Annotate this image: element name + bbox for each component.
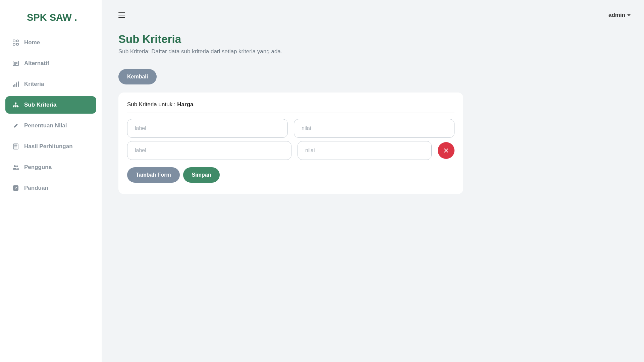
sidebar-item-home[interactable]: Home bbox=[5, 34, 96, 51]
svg-rect-10 bbox=[16, 82, 17, 87]
tree-icon bbox=[11, 102, 20, 108]
hamburger-icon[interactable] bbox=[118, 12, 125, 18]
nilai-input[interactable] bbox=[298, 141, 432, 160]
svg-point-13 bbox=[13, 106, 15, 108]
svg-rect-11 bbox=[18, 81, 19, 87]
save-button[interactable]: Simpan bbox=[183, 167, 220, 183]
main-content: admin Sub Kriteria Sub Kriteria: Daftar … bbox=[102, 0, 644, 362]
sidebar-item-label: Panduan bbox=[24, 185, 48, 191]
svg-text:?: ? bbox=[15, 186, 17, 190]
svg-point-20 bbox=[16, 146, 17, 147]
sidebar-item-label: Alternatif bbox=[24, 60, 49, 67]
svg-point-25 bbox=[16, 166, 18, 167]
svg-rect-1 bbox=[16, 40, 18, 42]
nilai-input[interactable] bbox=[294, 119, 454, 138]
svg-point-21 bbox=[14, 148, 15, 148]
form-card: Sub Kriteria untuk : Harga bbox=[118, 93, 463, 194]
bars-icon bbox=[11, 81, 20, 87]
form-actions: Tambah Form Simpan bbox=[127, 167, 454, 183]
help-icon: ? bbox=[11, 185, 20, 191]
svg-point-14 bbox=[15, 106, 17, 108]
page-body: Sub Kriteria Sub Kriteria: Daftar data s… bbox=[102, 30, 644, 194]
sidebar: SPK SAW . Home bbox=[0, 0, 102, 362]
sidebar-item-sub-kriteria[interactable]: Sub Kriteria bbox=[5, 96, 96, 114]
card-title-prefix: Sub Kriteria untuk : bbox=[127, 101, 177, 108]
svg-rect-3 bbox=[16, 43, 18, 45]
back-button[interactable]: Kembali bbox=[118, 69, 157, 84]
page-title: Sub Kriteria bbox=[118, 33, 627, 46]
sidebar-item-penentuan-nilai[interactable]: Penentuan Nilai bbox=[5, 117, 96, 134]
sidebar-item-label: Sub Kriteria bbox=[24, 102, 56, 108]
sidebar-item-pengguna[interactable]: Pengguna bbox=[5, 159, 96, 176]
alt-icon bbox=[11, 61, 20, 66]
brand-logo: SPK SAW . bbox=[0, 6, 102, 34]
sidebar-item-kriteria[interactable]: Kriteria bbox=[5, 75, 96, 93]
label-input[interactable] bbox=[127, 119, 288, 138]
close-icon bbox=[444, 148, 448, 153]
sidebar-nav: Home Alternatif bbox=[0, 34, 102, 200]
svg-point-15 bbox=[17, 106, 19, 108]
svg-point-22 bbox=[15, 148, 16, 148]
form-row bbox=[127, 119, 454, 138]
sidebar-item-panduan[interactable]: ? Panduan bbox=[5, 179, 96, 197]
sidebar-item-label: Kriteria bbox=[24, 81, 44, 87]
card-title: Sub Kriteria untuk : Harga bbox=[127, 101, 454, 113]
chevron-down-icon bbox=[627, 14, 631, 16]
pencil-icon bbox=[11, 123, 20, 128]
svg-rect-9 bbox=[14, 84, 15, 87]
svg-point-24 bbox=[14, 165, 16, 167]
svg-point-18 bbox=[14, 146, 15, 147]
form-row bbox=[127, 141, 454, 160]
user-menu[interactable]: admin bbox=[608, 12, 631, 18]
svg-point-19 bbox=[15, 146, 16, 147]
calc-icon bbox=[11, 143, 20, 149]
svg-rect-2 bbox=[13, 43, 15, 45]
sidebar-item-label: Penentuan Nilai bbox=[24, 122, 67, 129]
label-input[interactable] bbox=[127, 141, 291, 160]
user-name: admin bbox=[608, 12, 625, 18]
grid-icon bbox=[11, 40, 20, 46]
sidebar-item-hasil-perhitungan[interactable]: Hasil Perhitungan bbox=[5, 138, 96, 155]
sidebar-item-alternatif[interactable]: Alternatif bbox=[5, 55, 96, 72]
remove-row-button[interactable] bbox=[438, 142, 454, 159]
svg-rect-17 bbox=[14, 145, 17, 146]
sidebar-item-label: Home bbox=[24, 39, 40, 46]
sidebar-item-label: Hasil Perhitungan bbox=[24, 143, 73, 150]
add-form-button[interactable]: Tambah Form bbox=[127, 167, 180, 183]
svg-point-23 bbox=[16, 148, 17, 148]
card-title-kriteria: Harga bbox=[177, 101, 193, 108]
svg-point-12 bbox=[15, 103, 17, 104]
sidebar-item-label: Pengguna bbox=[24, 164, 52, 171]
svg-rect-0 bbox=[13, 40, 15, 42]
svg-rect-8 bbox=[13, 85, 14, 87]
topbar: admin bbox=[102, 0, 644, 30]
page-subtitle: Sub Kriteria: Daftar data sub kriteria d… bbox=[118, 48, 627, 55]
users-icon bbox=[11, 165, 20, 170]
